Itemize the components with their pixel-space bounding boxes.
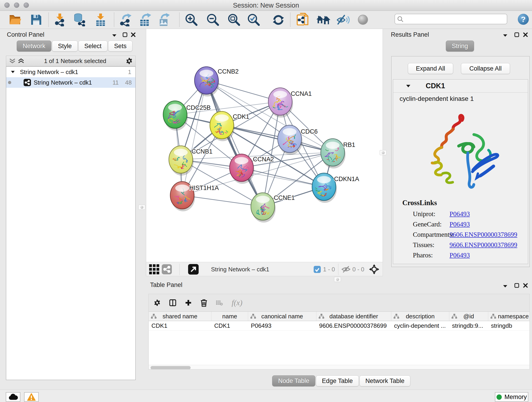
crosslink-link[interactable]: P06493 <box>450 220 470 228</box>
tab-network[interactable]: Network <box>17 41 51 51</box>
add-column-icon[interactable] <box>185 299 192 306</box>
network-collection-label: String Network – cdk1 <box>20 69 78 76</box>
table-panel-menu-icon[interactable] <box>502 283 509 290</box>
network-node-RB1[interactable] <box>320 139 346 168</box>
control-panel-close-icon[interactable] <box>130 31 137 38</box>
column-header-canonical-name[interactable]: canonical name <box>248 312 317 321</box>
zoom-out-icon[interactable] <box>206 13 220 27</box>
tab-node-table[interactable]: Node Table <box>272 375 315 386</box>
table-toolbar: f(x) <box>149 294 530 312</box>
results-panel-float-icon[interactable] <box>513 31 520 38</box>
export-view-icon[interactable] <box>188 264 199 274</box>
delete-column-icon[interactable] <box>201 299 207 306</box>
right-splitter-handle[interactable] <box>380 150 386 155</box>
table-panel-float-icon[interactable] <box>513 282 520 289</box>
crosslink-link[interactable]: P06493 <box>450 210 470 217</box>
save-session-icon[interactable] <box>30 13 42 27</box>
network-share-icon <box>24 79 31 86</box>
network-node-CCNB1[interactable] <box>169 146 194 176</box>
toolbar-separator <box>290 13 291 27</box>
open-session-icon[interactable] <box>9 13 22 27</box>
left-splitter-handle[interactable] <box>138 205 145 210</box>
import-network-file-icon[interactable] <box>54 13 66 27</box>
column-label: description <box>406 313 435 320</box>
refresh-icon[interactable] <box>272 13 285 27</box>
string-home-icon[interactable] <box>316 13 330 27</box>
results-panel-menu-icon[interactable] <box>502 32 509 39</box>
table-options-gear-icon[interactable] <box>154 299 161 306</box>
warnings-button[interactable] <box>24 392 39 402</box>
network-canvas[interactable]: CCNB2CCNA1CDC25BCDK1CDC6RB1CCNB1CCNA2CDK… <box>146 29 383 262</box>
create-network-file-icon[interactable] <box>297 13 309 27</box>
tab-string[interactable]: String <box>446 41 474 51</box>
column-label: namespace <box>498 313 529 320</box>
collapse-all-button[interactable]: Collapse All <box>461 63 510 74</box>
network-node-CDC6[interactable] <box>278 125 302 155</box>
crosslink-row: GeneCard:P06493 <box>413 220 470 228</box>
import-network-database-icon[interactable] <box>73 13 86 27</box>
show-columns-icon[interactable] <box>169 299 176 306</box>
network-collection-row[interactable]: String Network – cdk1 1 <box>6 67 135 77</box>
export-table-icon[interactable] <box>139 13 152 27</box>
column-header-database-identifier[interactable]: database identifier <box>317 312 391 321</box>
crosslink-link[interactable]: 9606.ENSP00000378699 <box>450 241 517 249</box>
search-input[interactable] <box>404 14 507 24</box>
main-toolbar: ? <box>0 11 532 29</box>
protein-section-header[interactable]: CDK1 <box>393 80 528 93</box>
node-label-CCNE1: CCNE1 <box>274 194 295 201</box>
network-node-CDKN1A[interactable] <box>312 173 337 203</box>
birdseye-grid-icon[interactable] <box>149 264 159 274</box>
network-node-CCNA2[interactable] <box>229 154 254 185</box>
zoom-in-icon[interactable] <box>185 13 198 27</box>
help-button[interactable]: ? <box>518 14 529 25</box>
tab-style[interactable]: Style <box>52 41 78 51</box>
node-label-CCNB1: CCNB1 <box>191 148 213 155</box>
cloud-button[interactable] <box>6 392 20 402</box>
column-header-namespace[interactable]: namespace <box>488 312 530 321</box>
export-image-icon[interactable] <box>158 13 171 27</box>
zoom-fit-icon[interactable] <box>227 13 241 27</box>
network-row-selected[interactable]: String Network – cdk1 11 48 <box>6 77 135 88</box>
tab-edge-table[interactable]: Edge Table <box>316 375 359 386</box>
network-node-CDK1[interactable] <box>210 111 234 141</box>
section-collapse-icon[interactable] <box>406 85 411 88</box>
export-network-icon[interactable] <box>120 13 133 27</box>
zoom-selected-icon[interactable] <box>247 13 260 27</box>
control-panel-float-icon[interactable] <box>121 31 128 38</box>
crosslink-link[interactable]: 9606.ENSP00000378699 <box>450 231 517 238</box>
collapse-all-networks-icon[interactable] <box>9 57 16 64</box>
expand-all-button[interactable]: Expand All <box>408 63 453 74</box>
tab-network-table[interactable]: Network Table <box>360 375 411 386</box>
network-node-CDC25B[interactable] <box>163 101 188 131</box>
network-node-CCNA1[interactable] <box>268 88 293 118</box>
column-header-name[interactable]: name <box>211 312 248 321</box>
hide-selected-eye-icon[interactable] <box>336 13 350 27</box>
memory-button[interactable]: Memory <box>495 392 528 402</box>
column-header-shared-name[interactable]: shared name <box>149 312 211 321</box>
network-node-CCNE1[interactable] <box>251 193 276 223</box>
tab-sets[interactable]: Sets <box>108 41 133 51</box>
results-panel-close-icon[interactable] <box>522 31 529 38</box>
expand-all-networks-icon[interactable] <box>18 57 25 64</box>
column-header--id[interactable]: @id <box>449 312 488 321</box>
protein-description: cyclin-dependent kinase 1 <box>399 95 474 102</box>
table-header-row: shared namenamecanonical namedatabase id… <box>149 312 530 321</box>
table-row[interactable]: CDK1CDK1P064939606.ENSP00000378699cyclin… <box>149 321 530 331</box>
horizontal-splitter-handle[interactable] <box>334 277 341 282</box>
fit-crosshair-icon[interactable] <box>369 264 380 274</box>
scrollbar-thumb[interactable] <box>151 366 191 370</box>
tab-select[interactable]: Select <box>78 41 108 51</box>
network-options-gear-icon[interactable] <box>126 57 133 64</box>
selected-checkbox-icon[interactable] <box>314 264 321 274</box>
control-panel-menu-icon[interactable] <box>111 32 118 39</box>
network-share-gray-icon[interactable] <box>162 264 172 274</box>
crosslink-link[interactable]: P06493 <box>450 251 470 259</box>
show-all-eye-icon[interactable] <box>358 13 368 27</box>
tree-expand-icon <box>11 70 15 73</box>
column-header-description[interactable]: description <box>391 312 449 321</box>
table-panel-close-icon[interactable] <box>522 282 529 289</box>
crosslinks-heading: CrossLinks <box>402 199 437 207</box>
network-edge-CCNB2-HIST1H1A[interactable] <box>182 80 206 195</box>
import-table-file-icon[interactable] <box>94 13 107 27</box>
network-node-CCNB2[interactable] <box>195 67 219 96</box>
